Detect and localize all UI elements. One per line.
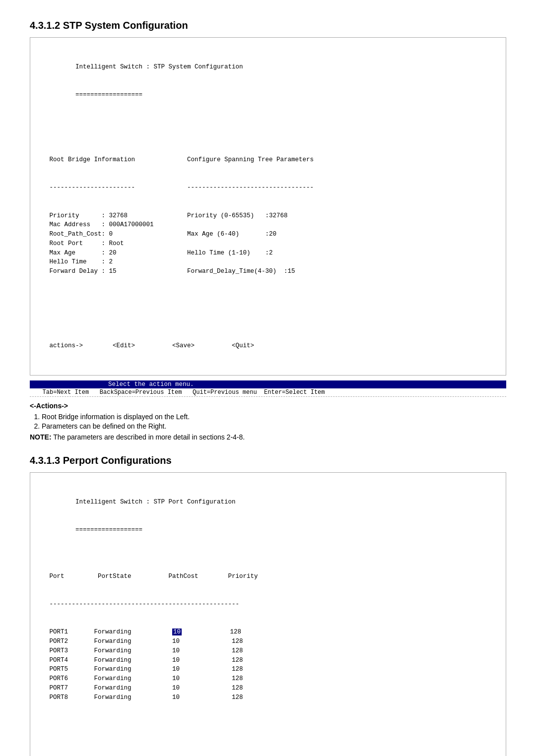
action-item-1-2: Parameters can be defined on the Right.	[42, 422, 506, 430]
actions-heading-1: <-Actions->	[30, 402, 506, 410]
perport-terminal: Intelligent Switch : STP Port Configurat…	[30, 472, 506, 756]
root-bridge-underline: -----------------------	[38, 183, 177, 192]
port-col-headers: Port PortState PathCost Priority	[38, 572, 498, 581]
port-row: PORT4 Forwarding 10 128	[38, 656, 498, 665]
section-perport-config: 4.3.1.3 Perport Configurations Intellige…	[30, 455, 506, 756]
port-row: PORT1 Forwarding 10 128	[38, 628, 498, 637]
port-row: PORT2 Forwarding 10 128	[38, 637, 498, 646]
port-row: PORT8 Forwarding 10 128	[38, 693, 498, 702]
terminal-underline: ==================	[38, 90, 498, 100]
action-list-1: Root Bridge information is displayed on …	[42, 413, 506, 430]
section2-heading: 4.3.1.3 Perport Configurations	[30, 455, 506, 466]
config-params: Priority (0-65535) :32768 Max Age (6-40)…	[187, 211, 314, 276]
hint-bar-1: Tab=Next Item BackSpace=Previous Item Qu…	[30, 388, 506, 397]
port-row: PORT7 Forwarding 10 128	[38, 684, 498, 693]
root-bridge-header: Root Bridge Information	[38, 155, 177, 165]
terminal-title: Intelligent Switch : STP System Configur…	[38, 63, 498, 72]
note-1: NOTE: The parameters are described in mo…	[30, 433, 506, 441]
port-row: PORT6 Forwarding 10 128	[38, 674, 498, 684]
action-item-1-1: Root Bridge information is displayed on …	[42, 413, 506, 421]
port-col-underline: ----------------------------------------…	[38, 600, 498, 609]
stp-system-terminal: Intelligent Switch : STP System Configur…	[30, 37, 506, 376]
actions-line-1: actions-> <Edit> <Save> <Quit>	[38, 341, 498, 351]
configure-header: Configure Spanning Tree Parameters	[187, 155, 314, 165]
status-bar-1: Select the action menu.	[30, 380, 506, 388]
section1-heading: 4.3.1.2 STP System Configuration	[30, 20, 506, 31]
perport-underline: ==================	[38, 525, 498, 535]
section-stp-system-config: 4.3.1.2 STP System Configuration Intelli…	[30, 20, 506, 441]
port-row: PORT5 Forwarding 10 128	[38, 665, 498, 674]
configure-underline: ----------------------------------	[187, 183, 314, 192]
port-row: PORT3 Forwarding 10 128	[38, 646, 498, 656]
root-info: Priority : 32768 Mac Address : 000A17000…	[38, 211, 177, 276]
perport-title: Intelligent Switch : STP Port Configurat…	[38, 498, 498, 507]
note-text-1: The parameters are described in more det…	[53, 433, 245, 441]
port-rows: PORT1 Forwarding 10 128 PORT2 Forwarding…	[38, 628, 498, 702]
